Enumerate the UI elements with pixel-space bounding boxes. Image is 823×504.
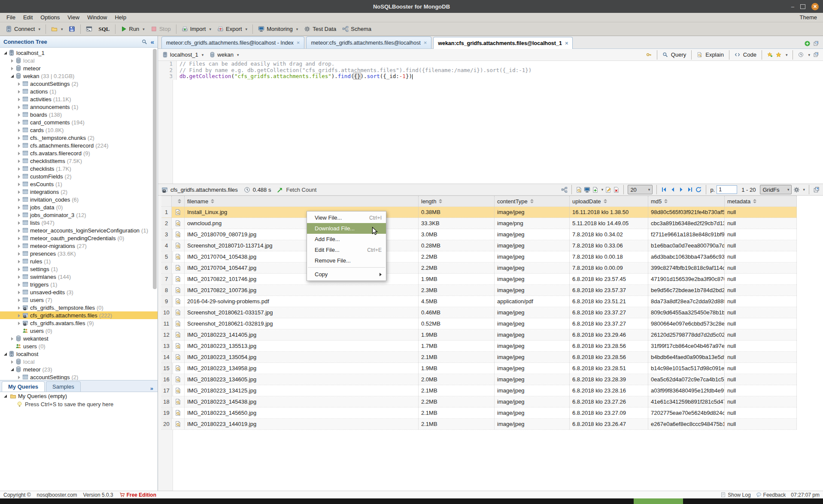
favorites-icon[interactable] [776,52,781,57]
chevron-down-icon[interactable]: ▾ [786,53,788,57]
tree-item-rules[interactable]: rules(1) [0,257,158,265]
expander-icon[interactable] [16,135,22,141]
sql-button[interactable]: SQL [95,24,112,35]
expander-icon[interactable] [16,97,22,102]
table-row[interactable]: 3IMG_20180709_080719.jpg3.0MBimage/jpeg7… [161,229,797,240]
view-console-icon[interactable] [584,187,590,193]
expander-icon[interactable] [16,220,22,226]
fetch-count-link[interactable]: Fetch Count [286,187,316,193]
code-button[interactable]: Code [743,51,756,58]
tree-item-escounts[interactable]: esCounts(1) [0,180,158,188]
column-header-md5[interactable]: md5 [648,196,725,206]
expander-icon[interactable] [16,228,22,233]
tree-item-local[interactable]: local [0,57,158,64]
connect-button[interactable]: Connect▾ [3,24,43,35]
tree-item-local[interactable]: local [0,358,158,365]
tree-item-triggers[interactable]: triggers(1) [0,281,158,288]
column-header-uploaddate[interactable]: uploadDate [570,196,648,206]
expander-icon[interactable] [16,158,22,164]
view-file-icon[interactable] [175,410,181,416]
tree-item-invitation-codes[interactable]: invitation_codes(6) [0,196,158,203]
menu-file[interactable]: File [3,14,19,21]
view-file-icon[interactable] [175,343,181,349]
view-file-icon[interactable] [175,309,181,316]
expander-icon[interactable] [16,282,22,287]
expander-icon[interactable] [16,143,22,148]
editor-tab-3[interactable]: wekan:cfs_gridfs.attachments.files@local… [433,37,573,49]
open-file-button[interactable]: ▾ [48,24,66,35]
column-header-length[interactable]: length [419,196,495,206]
result-settings-icon[interactable] [793,187,800,193]
tree-item-customfields[interactable]: customFields(2) [0,172,158,180]
tree-item-cfs-attachments-filerecord[interactable]: cfs.attachments.filerecord(224) [0,142,158,149]
menu-window[interactable]: Window [83,14,111,21]
edit-document-icon[interactable] [605,187,611,193]
expander-icon[interactable] [16,151,22,156]
view-file-icon[interactable] [175,376,181,383]
view-file-icon[interactable] [175,387,181,394]
table-row[interactable]: 10Screenshot_20180621-033157.jpg0.46MBim… [161,307,797,318]
table-row[interactable]: 20IMG_20180223_144019.jpg2.1MBimage/jpeg… [161,419,797,430]
connection-selector[interactable]: localhost_1▾ [162,51,203,58]
query-editor[interactable]: 1// Files can be added easily with drag … [158,61,823,184]
tree-item-card-comments[interactable]: card_comments(194) [0,118,158,126]
show-log-button[interactable]: Show Log [728,492,750,498]
table-row[interactable]: 7IMG_20170822_101746.jpg1.9MBimage/jpeg6… [161,274,797,285]
menu-help[interactable]: Help [111,14,130,21]
editor-tab-1[interactable]: meteor:cfs_gridfs.attachments.files@loca… [161,36,304,48]
menu-item-edit-file-[interactable]: Edit File...Ctrl+E [307,244,386,255]
view-file-icon[interactable] [175,254,181,260]
table-row[interactable]: 13IMG_20180223_135513.jpg1.7MBimage/jpeg… [161,341,797,352]
table-row[interactable]: 17IMG_20180223_134125.jpg2.1MBimage/jpeg… [161,385,797,396]
database-selector[interactable]: wekan▾ [210,51,239,58]
expander-icon[interactable] [16,197,22,202]
view-file-icon[interactable] [175,365,181,371]
tree-item-localhost-1[interactable]: localhost_1 [0,49,158,57]
tree-item-accountsettings[interactable]: accountSettings(2) [0,373,158,380]
add-favorite-icon[interactable] [767,52,773,57]
tree-item-actions[interactable]: actions(1) [0,88,158,95]
expander-icon[interactable] [9,66,15,71]
tree-item-unsaved-edits[interactable]: unsaved-edits(3) [0,288,158,296]
key-icon[interactable] [646,52,652,57]
theme-menu[interactable]: Theme [800,14,820,21]
chevron-down-icon[interactable]: ▾ [601,187,604,192]
tree-item-wekantest[interactable]: wekantest [0,335,158,342]
tree-item-cfs-tempstore-chunks[interactable]: cfs._tempstore.chunks(2) [0,134,158,142]
tree-item-checklistitems[interactable]: checklistItems(7.5K) [0,157,158,165]
run-button[interactable]: Run▾ [118,24,148,35]
visual-query-icon[interactable] [561,187,568,193]
tree-item-meteor-oauth-pendingcredentials[interactable]: meteor_oauth_pendingCredentials(0) [0,234,158,242]
first-page-icon[interactable] [661,186,668,193]
schema-button[interactable]: Schema [339,24,374,35]
table-row[interactable]: 18IMG_20180223_145438.jpg2.2MBimage/jpeg… [161,396,797,407]
table-row[interactable]: 14IMG_20180223_135054.jpg2.1MBimage/jpeg… [161,352,797,363]
table-row[interactable]: 19IMG_20180223_145650.jpg2.1MBimage/jpeg… [161,407,797,419]
maximize-results-icon[interactable] [813,187,820,193]
test-data-button[interactable]: Test Data [301,24,339,35]
sidebar-scrollbar[interactable] [153,49,157,289]
expander-icon[interactable] [16,189,22,195]
expander-icon[interactable] [16,166,22,172]
table-row[interactable]: 4Screenshot_20180710-113714.jpg0.28MBima… [161,240,797,251]
shell-button[interactable] [83,24,95,35]
view-mode-select[interactable]: GridFs▾ [760,185,792,194]
tree-item-lists[interactable]: lists(947) [0,219,158,226]
expander-icon[interactable] [9,336,15,341]
view-file-icon[interactable] [175,287,181,293]
expander-icon[interactable] [3,351,8,357]
tree-item-cfs-gridfs-tempstore-files[interactable]: cfs_gridfs._tempstore.files(0) [0,304,158,311]
page-size-select[interactable]: 20▾ [628,185,653,194]
table-row[interactable]: 5IMG_20170704_105438.jpg2.2MBimage/jpeg7… [161,251,797,263]
expander-icon[interactable] [16,266,22,272]
table-row[interactable]: 8IMG_20170822_100736.jpg2.3MBimage/jpeg6… [161,285,797,296]
expander-icon[interactable] [16,127,22,133]
tree-item-integrations[interactable]: integrations(2) [0,188,158,196]
new-tab-icon[interactable] [804,40,811,47]
export-button[interactable]: Export▾ [214,24,250,35]
view-file-icon[interactable] [175,398,181,405]
expander-icon[interactable] [16,112,22,118]
history-icon[interactable] [798,52,804,57]
tree-item-settings[interactable]: settings(1) [0,265,158,273]
expander-icon[interactable] [16,174,22,179]
